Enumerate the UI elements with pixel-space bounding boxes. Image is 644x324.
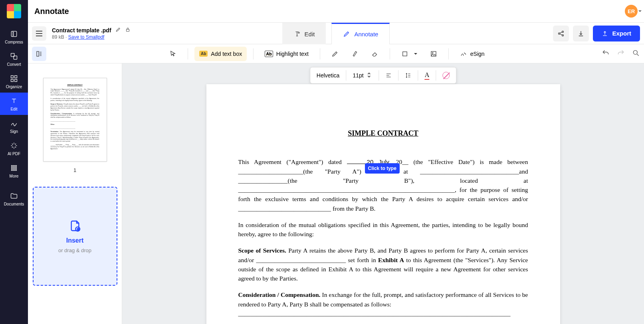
text-format-toolbar: Helvetica 11pt A bbox=[310, 67, 456, 84]
left-sidebar: Compress Convert Organize Edit Sign AI P… bbox=[0, 0, 28, 324]
font-size-select[interactable]: 11pt bbox=[346, 67, 378, 83]
svg-rect-6 bbox=[15, 79, 17, 81]
lock-icon[interactable] bbox=[125, 27, 131, 34]
svg-rect-21 bbox=[37, 51, 39, 56]
text-ab-icon: Ab bbox=[199, 51, 208, 57]
menu-button[interactable] bbox=[32, 26, 46, 41]
esign-button[interactable]: eSign bbox=[455, 47, 489, 61]
tab-edit[interactable]: Edit bbox=[282, 23, 326, 44]
sidebar-item-organize[interactable]: Organize bbox=[0, 70, 28, 93]
save-link[interactable]: Save to Smallpdf bbox=[68, 34, 105, 40]
file-add-icon bbox=[69, 219, 81, 234]
page-thumbnail[interactable]: SIMPLE CONTRACT This Agreement ("Agreeme… bbox=[43, 78, 107, 162]
sidebar-item-compress[interactable]: Compress bbox=[0, 26, 28, 48]
annotation-toolbar: Ab Add text box Ab Highlight text eSign bbox=[28, 44, 644, 63]
rail-label: Compress bbox=[5, 40, 23, 44]
thumbnail-toggle-button[interactable] bbox=[32, 47, 46, 61]
redo-button[interactable] bbox=[617, 49, 625, 59]
no-fill-button[interactable] bbox=[436, 67, 456, 83]
avatar[interactable]: ER bbox=[625, 5, 638, 18]
svg-point-14 bbox=[13, 169, 14, 170]
pencil-tool[interactable] bbox=[327, 47, 343, 61]
document-page[interactable]: SIMPLE CONTRACT This Agreement ("Agreeme… bbox=[206, 84, 560, 324]
thumbnails-panel: SIMPLE CONTRACT This Agreement ("Agreeme… bbox=[28, 63, 122, 324]
share-button[interactable] bbox=[553, 26, 569, 41]
document-paragraph: Scope of Services. Party A retains the a… bbox=[238, 246, 528, 283]
sidebar-item-sign[interactable]: Sign bbox=[0, 115, 28, 137]
svg-rect-23 bbox=[431, 51, 436, 56]
rail-label: Organize bbox=[6, 85, 22, 89]
document-heading: SIMPLE CONTRACT bbox=[238, 128, 528, 139]
sidebar-item-ai-pdf[interactable]: AI PDF bbox=[0, 137, 28, 160]
document-filename: Contract template .pdf bbox=[52, 27, 111, 34]
stepper-icon bbox=[366, 72, 373, 79]
page-title: Annotate bbox=[34, 7, 69, 16]
canvas-area[interactable]: Helvetica 11pt A SIMPLE CONTRACT This Ag… bbox=[122, 63, 644, 324]
document-paragraph: Consideration / Compensation. In exchang… bbox=[238, 290, 528, 324]
drag-label: or drag & drop bbox=[58, 247, 91, 253]
rail-label: Sign bbox=[10, 129, 18, 134]
header: Annotate ER bbox=[28, 0, 644, 23]
rename-icon[interactable] bbox=[115, 27, 121, 34]
file-size: 89 kB bbox=[52, 34, 64, 40]
document-paragraph: In consideration of the mutual obligatio… bbox=[238, 220, 528, 239]
rail-label: Documents bbox=[4, 202, 24, 206]
svg-rect-16 bbox=[126, 29, 129, 31]
svg-rect-22 bbox=[403, 51, 407, 56]
workspace: SIMPLE CONTRACT This Agreement ("Agreeme… bbox=[28, 63, 644, 324]
svg-point-7 bbox=[11, 165, 12, 166]
edit-text-icon bbox=[10, 97, 18, 105]
compress-icon bbox=[10, 30, 18, 38]
shape-tool[interactable] bbox=[396, 47, 422, 61]
svg-point-11 bbox=[13, 167, 14, 168]
app-logo[interactable] bbox=[7, 4, 21, 18]
undo-button[interactable] bbox=[602, 49, 610, 59]
align-button[interactable] bbox=[379, 67, 398, 83]
download-button[interactable] bbox=[573, 26, 589, 41]
image-tool[interactable] bbox=[425, 47, 442, 61]
text-color-button[interactable]: A bbox=[418, 67, 436, 83]
document-bar: Contract template .pdf 89 kB · Save to S… bbox=[28, 23, 644, 44]
svg-point-8 bbox=[13, 165, 14, 166]
sidebar-item-convert[interactable]: Convert bbox=[0, 48, 28, 70]
svg-point-15 bbox=[15, 169, 16, 170]
svg-point-17 bbox=[298, 32, 299, 34]
grid-more-icon bbox=[10, 164, 18, 172]
insert-dropzone[interactable]: Insert or drag & drop bbox=[33, 187, 117, 286]
sign-icon bbox=[10, 119, 18, 128]
svg-point-12 bbox=[15, 167, 16, 168]
rail-label: More bbox=[10, 174, 19, 178]
rail-label: Edit bbox=[10, 107, 17, 111]
eraser-tool[interactable] bbox=[367, 47, 383, 61]
svg-rect-5 bbox=[11, 79, 14, 81]
export-button[interactable]: Export bbox=[593, 26, 640, 41]
tab-annotate[interactable]: Annotate bbox=[331, 23, 390, 44]
highlight-text-button[interactable]: Ab Highlight text bbox=[260, 47, 313, 61]
line-spacing-button[interactable] bbox=[399, 67, 418, 83]
svg-rect-3 bbox=[11, 75, 14, 78]
marker-tool[interactable] bbox=[347, 47, 363, 61]
sparkle-icon bbox=[10, 141, 18, 150]
sidebar-item-more[interactable]: More bbox=[0, 160, 28, 182]
no-fill-icon bbox=[442, 72, 450, 79]
sidebar-item-documents[interactable]: Documents bbox=[0, 188, 28, 210]
svg-point-10 bbox=[11, 167, 12, 168]
svg-point-24 bbox=[432, 52, 433, 53]
svg-point-13 bbox=[11, 169, 12, 170]
page-number: 1 bbox=[73, 167, 76, 173]
pointer-tool[interactable] bbox=[164, 47, 181, 61]
svg-point-25 bbox=[633, 50, 637, 54]
folder-icon bbox=[10, 192, 18, 200]
insert-label: Insert bbox=[66, 237, 84, 244]
rail-label: Convert bbox=[7, 62, 21, 67]
font-family-select[interactable]: Helvetica bbox=[310, 67, 346, 83]
svg-point-9 bbox=[15, 165, 16, 166]
search-button[interactable] bbox=[632, 49, 640, 59]
add-text-box-button[interactable]: Ab Add text box bbox=[194, 47, 247, 61]
rail-label: AI PDF bbox=[8, 152, 20, 156]
organize-icon bbox=[10, 74, 18, 83]
sidebar-item-edit[interactable]: Edit bbox=[0, 93, 28, 115]
svg-rect-4 bbox=[15, 75, 17, 78]
click-to-type-tooltip: Click to type bbox=[365, 163, 400, 174]
highlight-icon: Ab bbox=[265, 51, 273, 57]
